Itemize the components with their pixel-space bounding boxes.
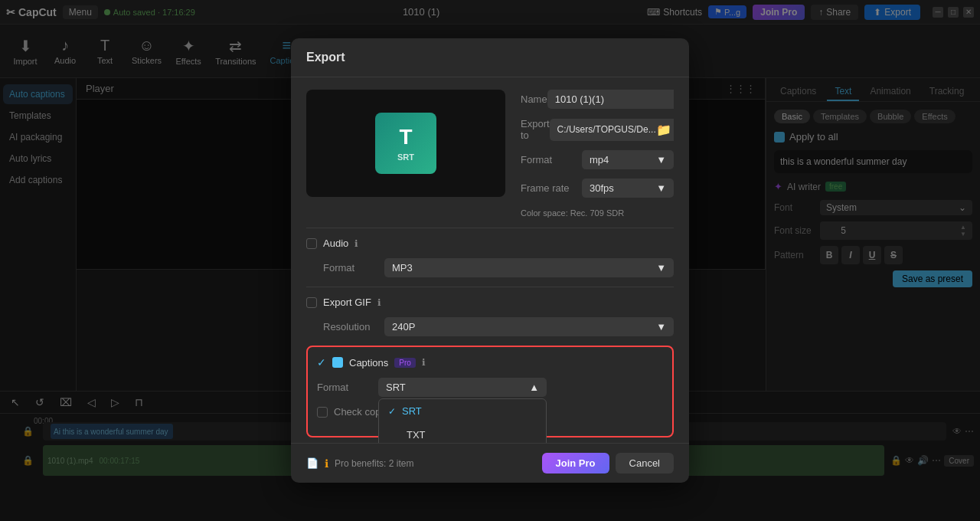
captions-format-dropdown-icon: ▲ (529, 382, 539, 393)
captions-format-row: Format SRT ▲ ✓ SRT (317, 378, 663, 397)
pro-benefits-text: Pro benefits: 2 item (335, 458, 413, 469)
modal-title: Export (306, 51, 345, 64)
audio-label: Audio (323, 238, 348, 249)
export-to-field-row: Export to C:/Users/TOPGUS/De... 📁 (521, 118, 674, 141)
frame-rate-field-row: Frame rate 30fps ▼ (521, 179, 674, 198)
modal-body: T SRT Name Export to C:/Users/TOPGUS/De.… (291, 77, 689, 443)
cancel-button[interactable]: Cancel (616, 453, 674, 473)
export-path-text: C:/Users/TOPGUS/De... (557, 124, 656, 135)
captions-format-selector[interactable]: SRT ▲ (378, 378, 547, 397)
captions-checkbox-checked-icon: ✓ (317, 356, 326, 369)
frame-rate-selector[interactable]: 30fps ▼ (582, 179, 674, 198)
captions-info-icon[interactable]: ℹ (422, 357, 426, 368)
join-pro-modal-button[interactable]: Join Pro (542, 453, 609, 473)
export-to-label: Export to (521, 118, 550, 141)
format-field-row: Format mp4 ▼ (521, 150, 674, 169)
resolution-value: 240P (392, 321, 415, 333)
resolution-label: Resolution (323, 321, 384, 333)
export-path-display[interactable]: C:/Users/TOPGUS/De... 📁 (550, 119, 674, 141)
audio-format-selector[interactable]: MP3 ▼ (384, 258, 674, 277)
export-gif-checkbox[interactable] (306, 297, 317, 308)
frame-rate-value: 30fps (590, 182, 614, 194)
name-field-row: Name (521, 90, 674, 109)
resolution-row: Resolution 240P ▼ (323, 317, 674, 336)
captions-format-label: Format (317, 382, 378, 393)
modal-top-section: T SRT Name Export to C:/Users/TOPGUS/De.… (306, 90, 674, 218)
format-dropdown-icon: ▼ (656, 154, 666, 165)
audio-format-dropdown-icon: ▼ (656, 262, 666, 274)
txt-option-label: TXT (407, 429, 426, 441)
resolution-dropdown-icon: ▼ (656, 321, 666, 333)
dropdown-item-srt[interactable]: ✓ SRT (379, 399, 546, 423)
copyright-checkbox[interactable] (317, 407, 328, 418)
captions-pro-tag: Pro (394, 358, 416, 368)
dropdown-item-txt[interactable]: TXT (379, 423, 546, 443)
modal-header: Export (291, 38, 689, 77)
footer-buttons: Join Pro Cancel (542, 453, 674, 473)
export-gif-label: Export GIF (323, 297, 371, 308)
format-selector[interactable]: mp4 ▼ (582, 150, 674, 169)
audio-checkbox[interactable] (306, 238, 317, 249)
srt-option-label: SRT (402, 405, 422, 417)
name-field-label: Name (521, 93, 547, 105)
export-modal: Export T SRT Name (291, 38, 689, 483)
captions-checked-box[interactable] (332, 357, 343, 368)
preview-srt-label: SRT (397, 152, 414, 162)
preview-t-icon: T (399, 125, 412, 149)
pro-benefits-info-icon: ℹ (325, 457, 328, 470)
modal-fields: Name Export to C:/Users/TOPGUS/De... 📁 F… (521, 90, 674, 218)
frame-rate-label: Frame rate (521, 182, 582, 194)
srt-check-icon: ✓ (388, 406, 396, 417)
file-icon: 📄 (306, 457, 318, 469)
audio-info-icon[interactable]: ℹ (354, 238, 358, 249)
audio-format-label: Format (323, 262, 384, 274)
captions-format-dropdown-menu: ✓ SRT TXT (378, 398, 547, 443)
color-space-row: Color space: Rec. 709 SDR (521, 207, 674, 218)
modal-backdrop: Export T SRT Name (0, 0, 980, 521)
captions-format-value: SRT (386, 382, 406, 393)
modal-footer: 📄 ℹ Pro benefits: 2 item Join Pro Cancel (291, 443, 689, 483)
frame-rate-dropdown-icon: ▼ (656, 182, 666, 194)
audio-format-row: Format MP3 ▼ (323, 258, 674, 277)
resolution-selector[interactable]: 240P ▼ (384, 317, 674, 336)
browse-button[interactable]: 📁 (656, 123, 671, 137)
audio-section-header: Audio ℹ (306, 238, 674, 249)
format-field-label: Format (521, 154, 582, 165)
section-divider-2 (306, 287, 674, 287)
captions-format-dropdown-container: SRT ▲ ✓ SRT TXT (378, 378, 547, 397)
name-field-input[interactable] (547, 90, 674, 109)
captions-label: Captions (349, 357, 388, 369)
captions-header: ✓ Captions Pro ℹ (317, 356, 663, 369)
modal-preview-thumbnail: T SRT (306, 90, 505, 197)
gif-info-icon[interactable]: ℹ (377, 297, 381, 308)
audio-format-value: MP3 (392, 262, 413, 274)
preview-icon: T SRT (375, 113, 436, 174)
export-gif-section-header: Export GIF ℹ (306, 297, 674, 308)
section-divider-1 (306, 228, 674, 228)
format-value: mp4 (590, 154, 609, 165)
color-space-text: Color space: Rec. 709 SDR (521, 208, 624, 218)
preview-content: T SRT (397, 125, 414, 162)
captions-section: ✓ Captions Pro ℹ Format SRT ▲ (306, 346, 674, 437)
